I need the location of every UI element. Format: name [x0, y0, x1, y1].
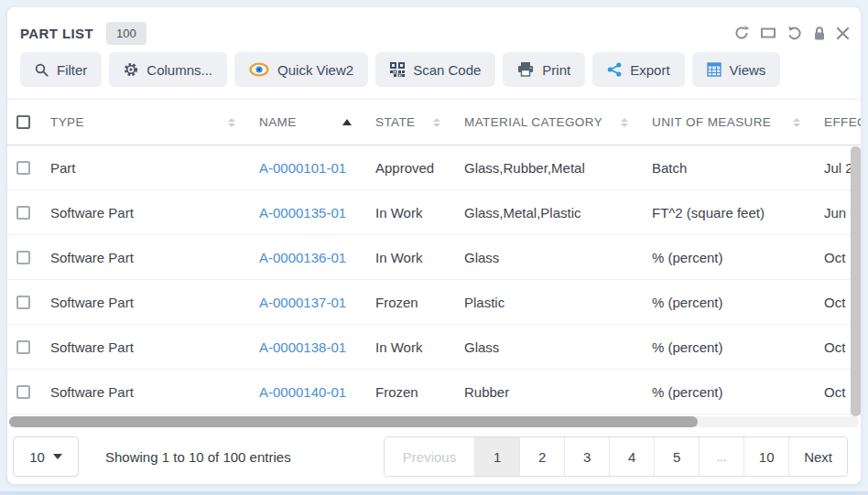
cell-state: Frozen: [375, 295, 464, 310]
column-header-material-category[interactable]: MATERIAL CATEGORY: [464, 115, 652, 129]
part-name-link[interactable]: A-0000136-01: [259, 250, 346, 265]
eye-icon: [249, 62, 269, 77]
share-icon: [607, 62, 622, 77]
undo-icon[interactable]: [787, 25, 803, 41]
column-header-unit-of-measure[interactable]: UNIT OF MEASURE: [652, 115, 824, 129]
column-header-state[interactable]: STATE: [375, 115, 464, 129]
lock-icon[interactable]: [813, 26, 826, 41]
cell-material-category: Glass: [464, 339, 652, 355]
cell-unit-of-measure: % (percent): [652, 250, 824, 265]
table-row: Software Part A-0000140-01 Frozen Rubber…: [7, 370, 861, 414]
page-button-10[interactable]: 10: [743, 437, 788, 476]
cell-unit-of-measure: % (percent): [652, 295, 824, 310]
cell-state: Approved: [375, 160, 464, 176]
cell-type: Software Part: [50, 339, 259, 355]
part-name-link[interactable]: A-0000135-01: [259, 205, 346, 221]
maximize-icon[interactable]: [760, 25, 776, 41]
cell-material-category: Glass,Rubber,Metal: [464, 160, 652, 176]
page-size-dropdown[interactable]: 10: [13, 436, 79, 477]
sort-icon-type: [228, 118, 235, 127]
close-icon[interactable]: [836, 27, 850, 40]
page-size-value: 10: [29, 449, 45, 465]
vertical-scrollbar[interactable]: [851, 146, 861, 416]
column-header-type[interactable]: TYPE: [50, 115, 259, 129]
cell-type: Software Part: [50, 205, 259, 221]
columns-button-label: Columns...: [146, 62, 212, 78]
quick-view-button[interactable]: Quick View2: [234, 52, 368, 87]
page-button-3[interactable]: 3: [564, 437, 609, 476]
column-label-name: NAME: [259, 115, 297, 129]
cell-unit-of-measure: Batch: [652, 160, 824, 176]
page-button-1[interactable]: 1: [474, 437, 519, 476]
cell-state: In Work: [375, 205, 464, 221]
export-button[interactable]: Export: [592, 52, 684, 87]
page-button-5[interactable]: 5: [654, 437, 699, 476]
cell-unit-of-measure: FT^2 (square feet): [652, 205, 824, 221]
print-button[interactable]: Print: [503, 52, 585, 87]
cell-material-category: Rubber: [464, 384, 652, 400]
filter-button-label: Filter: [57, 62, 87, 78]
column-label-unit-of-measure: UNIT OF MEASURE: [652, 115, 771, 129]
table-footer: 10 Showing 1 to 10 of 100 entries Previo…: [13, 436, 848, 477]
cell-material-category: Glass,Metal,Plastic: [464, 205, 652, 221]
qr-code-icon: [390, 62, 405, 77]
table-row: Software Part A-0000135-01 In Work Glass…: [7, 190, 861, 235]
cell-state: In Work: [375, 339, 464, 355]
select-all-checkbox[interactable]: [16, 115, 30, 129]
row-checkbox[interactable]: [16, 251, 30, 264]
next-page-button[interactable]: Next: [788, 437, 847, 476]
part-name-link[interactable]: A-0000138-01: [259, 339, 346, 355]
showing-entries-text: Showing 1 to 10 of 100 entries: [105, 449, 291, 465]
cell-material-category: Plastic: [464, 295, 652, 310]
sort-asc-icon: [342, 119, 352, 125]
table-row: Part A-0000101-01 Approved Glass,Rubber,…: [7, 145, 861, 190]
row-checkbox[interactable]: [16, 206, 30, 220]
page-button-4[interactable]: 4: [609, 437, 654, 476]
table-grid-icon: [707, 62, 722, 77]
scan-code-button[interactable]: Scan Code: [375, 52, 495, 87]
table-row: Software Part A-0000136-01 In Work Glass…: [7, 235, 861, 280]
page-title: PART LIST: [20, 26, 93, 41]
views-button-label: Views: [730, 62, 766, 78]
row-checkbox[interactable]: [16, 385, 30, 399]
horizontal-scrollbar-track[interactable]: [9, 416, 859, 427]
column-header-name[interactable]: NAME: [259, 115, 375, 129]
part-name-link[interactable]: A-0000140-01: [259, 384, 346, 400]
cell-type: Software Part: [50, 384, 259, 400]
cell-state: Frozen: [375, 384, 464, 400]
row-checkbox[interactable]: [16, 340, 30, 354]
chevron-down-icon: [53, 454, 62, 459]
window-controls: [733, 25, 850, 41]
table-header: TYPE NAME STATE MATERIAL CATEGORY UNIT O…: [7, 99, 861, 145]
horizontal-scrollbar-thumb[interactable]: [9, 416, 698, 427]
search-icon: [35, 63, 49, 77]
previous-page-button[interactable]: Previous: [385, 437, 474, 476]
gear-icon: [124, 62, 138, 77]
table-row: Software Part A-0000138-01 In Work Glass…: [7, 325, 861, 370]
column-label-type: TYPE: [50, 115, 84, 129]
part-name-link[interactable]: A-0000137-01: [259, 295, 346, 310]
sort-icon-material-category: [621, 118, 628, 127]
pagination: Previous 1 2 3 4 5 ... 10 Next: [384, 436, 848, 477]
sort-icon-state: [433, 118, 440, 127]
page-ellipsis[interactable]: ...: [699, 437, 743, 476]
row-checkbox[interactable]: [16, 296, 30, 309]
views-button[interactable]: Views: [692, 52, 781, 87]
cell-type: Software Part: [50, 295, 259, 310]
count-badge: 100: [106, 22, 146, 45]
column-header-effectivity[interactable]: EFFEC: [824, 115, 861, 129]
filter-button[interactable]: Filter: [20, 52, 102, 87]
export-button-label: Export: [630, 62, 669, 78]
columns-button[interactable]: Columns...: [109, 52, 227, 87]
cell-type: Software Part: [50, 250, 259, 265]
cell-type: Part: [50, 160, 259, 176]
sort-icon-unit-of-measure: [793, 118, 800, 127]
page-button-2[interactable]: 2: [519, 437, 564, 476]
panel-header: PART LIST 100: [20, 16, 850, 49]
cell-material-category: Glass: [464, 250, 652, 265]
part-name-link[interactable]: A-0000101-01: [259, 160, 346, 176]
row-checkbox[interactable]: [16, 161, 30, 175]
column-label-state: STATE: [375, 115, 416, 129]
quick-view-button-label: Quick View2: [277, 62, 353, 78]
refresh-icon[interactable]: [733, 25, 750, 41]
